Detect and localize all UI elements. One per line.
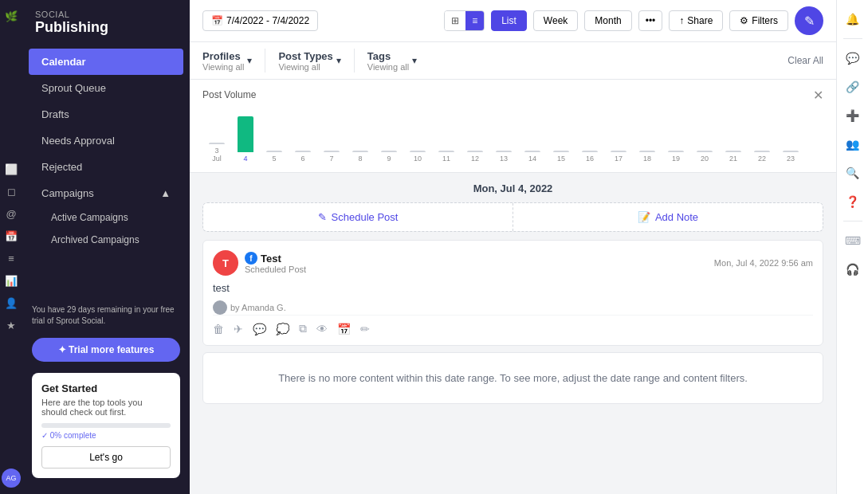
mention-icon[interactable]: @	[2, 204, 21, 223]
notifications-icon[interactable]: 🔔	[840, 6, 866, 32]
post-body: test	[213, 282, 813, 294]
post-avatar: T	[213, 250, 238, 276]
rp-keyboard-icon[interactable]: ⌨	[840, 228, 866, 253]
duplicate-icon[interactable]: ⧉	[299, 322, 307, 335]
post-volume-bars: 3Jul4567891011121314151617181920212223	[202, 107, 823, 163]
view-toggle: ⊞ ≡	[444, 10, 485, 31]
campaigns-label: Campaigns	[41, 187, 94, 199]
more-options-button[interactable]: •••	[638, 10, 663, 31]
post-author: T f Test Scheduled Post	[213, 250, 306, 276]
lets-go-button[interactable]: Let's go	[41, 446, 171, 469]
nav-item-calendar[interactable]: Calendar	[29, 49, 183, 75]
grid-view-button[interactable]: ⊞	[445, 11, 465, 30]
rp-messages-icon[interactable]: 💬	[840, 45, 866, 71]
nav-sidebar: Social Publishing Calendar Sprout Queue …	[22, 0, 190, 494]
post-by: by Amanda G.	[213, 300, 813, 315]
profiles-filter[interactable]: Profiles Viewing all ▾	[202, 50, 252, 72]
pv-col-12: 12	[461, 108, 489, 163]
share-button[interactable]: ↑ Share	[669, 10, 723, 31]
clear-all-button[interactable]: Clear All	[787, 55, 823, 66]
add-note-button[interactable]: 📝 Add Note	[513, 203, 823, 231]
rp-search-icon[interactable]: 🔍	[840, 160, 866, 186]
share-icon: ↑	[679, 15, 684, 26]
date-range-button[interactable]: 📅 7/4/2022 - 7/4/2022	[202, 10, 318, 31]
app-title: Publishing	[35, 19, 177, 36]
pv-col-18: 18	[633, 108, 662, 163]
campaigns-chevron-icon: ▲	[160, 187, 171, 199]
publish-icon[interactable]: 📅	[2, 226, 21, 245]
preview-icon[interactable]: 👁	[316, 323, 328, 335]
nav-item-rejected[interactable]: Rejected	[29, 154, 183, 180]
send-icon[interactable]: ✈	[234, 323, 243, 335]
inbox-icon[interactable]: ◻	[2, 182, 21, 201]
right-panel-divider-1	[843, 38, 862, 39]
campaigns-header[interactable]: Campaigns ▲	[29, 180, 183, 206]
trial-more-features-button[interactable]: ✦ Trial more features	[32, 338, 180, 362]
tags-label: Tags	[367, 50, 409, 62]
schedule-icon[interactable]: 📅	[337, 323, 351, 335]
main-content: 📅 7/4/2022 - 7/4/2022 ⊞ ≡ List Week Mont…	[190, 0, 836, 494]
week-tab-button[interactable]: Week	[533, 10, 578, 31]
rp-add-icon[interactable]: ➕	[840, 103, 866, 128]
schedule-post-button[interactable]: ✎ Schedule Post	[203, 203, 513, 231]
month-tab-button[interactable]: Month	[584, 10, 631, 31]
sprout-logo-icon: 🌿	[2, 6, 21, 25]
rp-support-icon[interactable]: 🎧	[840, 257, 866, 282]
date-range-label: 7/4/2022 - 7/4/2022	[226, 15, 309, 26]
message-icon[interactable]: 💭	[276, 323, 289, 335]
post-types-filter[interactable]: Post Types Viewing all ▾	[278, 50, 340, 72]
compact-view-button[interactable]: ≡	[465, 11, 484, 30]
post-time: Mon, Jul 4, 2022 9:56 am	[714, 258, 813, 268]
filter-separator-2	[354, 49, 355, 73]
post-types-label: Post Types	[278, 50, 332, 62]
post-types-chevron-icon: ▾	[336, 55, 341, 66]
calendar-icon: 📅	[211, 15, 223, 26]
nav-item-active-campaigns[interactable]: Active Campaigns	[29, 206, 183, 229]
filter-bar: Profiles Viewing all ▾ Post Types Viewin…	[190, 42, 836, 80]
user-avatar[interactable]: AG	[2, 469, 21, 488]
post-card-header: T f Test Scheduled Post Mon, Jul 4, 2022…	[213, 250, 813, 276]
post-actions: 🗑 ✈ 💬 💭 ⧉ 👁 📅 ✏	[213, 315, 813, 335]
tags-filter[interactable]: Tags Viewing all ▾	[367, 50, 417, 72]
pv-col-23: 23	[776, 108, 805, 163]
trial-banner: You have 29 days remaining in your free …	[32, 304, 180, 327]
rp-link-icon[interactable]: 🔗	[840, 74, 866, 100]
get-started-title: Get Started	[41, 382, 171, 394]
star-icon[interactable]: ★	[2, 316, 21, 335]
post-types-sub: Viewing all	[278, 62, 332, 72]
tags-sub: Viewing all	[367, 62, 409, 72]
analytics-icon[interactable]: 📊	[2, 271, 21, 290]
post-volume-close-button[interactable]: ✕	[813, 88, 823, 103]
post-type: Scheduled Post	[245, 265, 306, 274]
tags-chevron-icon: ▾	[412, 55, 417, 66]
calendar-area: Post Volume ✕ 3Jul4567891011121314151617…	[190, 80, 836, 494]
rp-help-icon[interactable]: ❓	[840, 189, 866, 214]
nav-header: Social Publishing	[22, 10, 190, 49]
filters-icon: ⚙	[740, 15, 748, 26]
post-card: T f Test Scheduled Post Mon, Jul 4, 2022…	[202, 240, 823, 346]
pv-col-16: 16	[575, 108, 604, 163]
rp-team-icon[interactable]: 👥	[840, 131, 866, 157]
filter-separator-1	[265, 49, 265, 73]
progress-percent: ✓ 0% complete	[41, 431, 171, 440]
comment-icon[interactable]: 💬	[253, 323, 266, 335]
pv-col-9: 9	[375, 108, 403, 163]
list-tab-button[interactable]: List	[491, 10, 527, 31]
nav-item-needs-approval[interactable]: Needs Approval	[29, 127, 183, 154]
delete-icon[interactable]: 🗑	[213, 323, 224, 335]
facebook-icon: f	[245, 252, 257, 265]
nav-item-sprout-queue[interactable]: Sprout Queue	[29, 75, 183, 101]
nav-item-drafts[interactable]: Drafts	[29, 101, 183, 127]
progress-bar-background	[41, 423, 171, 428]
filters-button[interactable]: ⚙ Filters	[729, 10, 788, 31]
people-icon[interactable]: 👤	[2, 293, 21, 312]
pv-col-5: 5	[260, 108, 289, 163]
compose-button[interactable]: ✎	[795, 6, 823, 35]
action-buttons-row: ✎ Schedule Post 📝 Add Note	[202, 202, 823, 232]
top-toolbar: 📅 7/4/2022 - 7/4/2022 ⊞ ≡ List Week Mont…	[190, 0, 836, 42]
home-icon[interactable]: ⬜	[2, 159, 21, 178]
nav-item-archived-campaigns[interactable]: Archived Campaigns	[29, 229, 183, 251]
tasks-icon[interactable]: ≡	[2, 249, 21, 268]
edit-icon[interactable]: ✏	[360, 323, 370, 335]
post-by-avatar	[213, 300, 227, 315]
